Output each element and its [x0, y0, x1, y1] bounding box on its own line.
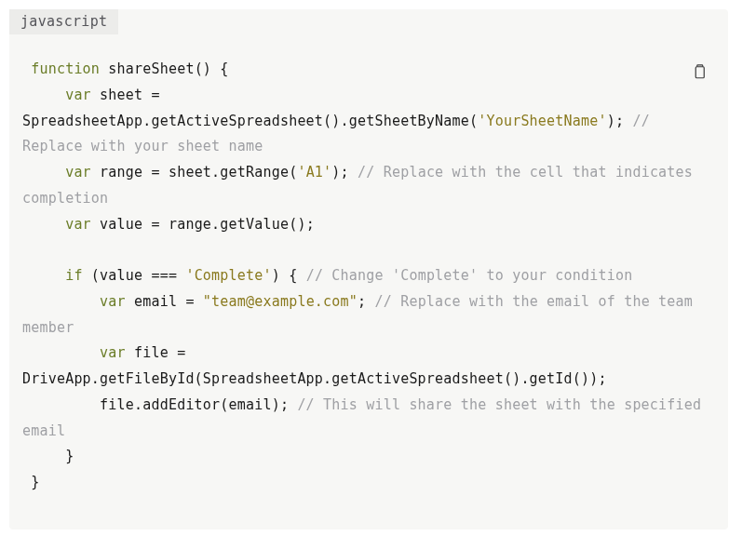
code-token-pln: (value === [83, 267, 186, 284]
code-token-pln [22, 216, 65, 233]
code-token-kw: if [65, 267, 82, 284]
code-token-pln [22, 164, 65, 181]
code-token-pln [22, 344, 100, 361]
language-tag: javascript [9, 9, 118, 34]
copy-button[interactable] [691, 63, 708, 80]
code-token-kw: var [100, 293, 126, 310]
code-token-str: 'YourSheetName' [478, 113, 606, 129]
code-token-pln: ); [331, 164, 358, 181]
clipboard-icon [691, 67, 708, 84]
code-token-pln: ; [358, 293, 374, 310]
code-token-pln: ); [607, 113, 633, 129]
code-token-str: 'A1' [297, 164, 331, 181]
code-token-pln: email = [126, 293, 203, 310]
code-token-pln: ) { [272, 267, 306, 284]
code-block: javascript function shareSheet() { var s… [9, 9, 728, 529]
svg-rect-0 [695, 67, 704, 78]
code-token-kw: function [31, 60, 100, 77]
code-token-kw: var [65, 87, 91, 103]
code-content: function shareSheet() { var sheet = Spre… [9, 34, 728, 507]
code-token-str: 'Complete' [185, 267, 271, 284]
code-token-pln: sheet = SpreadsheetApp.getActiveSpreadsh… [22, 87, 478, 129]
code-token-kw: var [65, 164, 91, 181]
code-token-kw: var [65, 216, 91, 233]
code-token-pln: range = sheet.getRange( [91, 164, 298, 181]
code-token-pln: } } [22, 448, 74, 490]
code-token-str: "team@example.com" [203, 293, 358, 310]
code-token-pln [22, 293, 100, 310]
code-token-cmt: // Change 'Complete' to your condition [306, 267, 633, 284]
code-token-pln [22, 60, 31, 77]
code-token-kw: var [100, 344, 126, 361]
